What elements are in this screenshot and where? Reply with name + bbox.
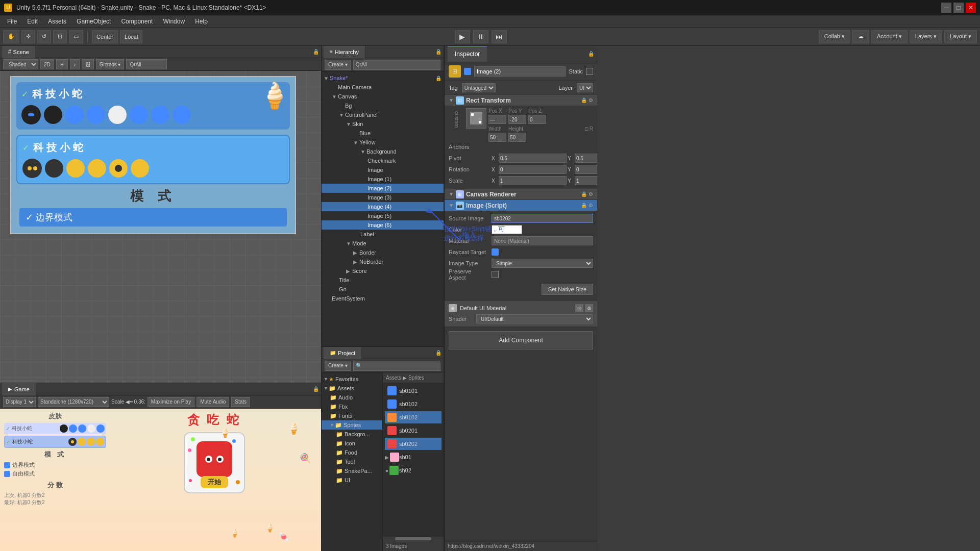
start-button[interactable]: 开始 — [201, 476, 228, 488]
proj-audio[interactable]: 📁 Audio — [322, 393, 382, 402]
posy-input[interactable] — [508, 115, 526, 124]
hier-item-image4[interactable]: Image (4) — [322, 202, 444, 211]
proj-create-btn[interactable]: Create ▾ — [325, 361, 351, 371]
hier-item-eventsys[interactable]: EventSystem — [322, 294, 444, 303]
hier-item-mode[interactable]: ▼ Mode — [322, 239, 444, 248]
layers-button[interactable]: Layers ▾ — [910, 30, 942, 43]
proj-search[interactable] — [353, 361, 440, 371]
hier-item-noborder[interactable]: ▶ NoBorder — [322, 257, 444, 266]
audio-button[interactable]: ♪ — [70, 59, 80, 69]
resolution-select[interactable]: Standalone (1280x720) — [38, 397, 109, 407]
hier-item-checkmark[interactable]: Checkmark — [322, 156, 444, 165]
menu-file[interactable]: File — [2, 17, 22, 26]
inspector-tab[interactable]: Inspector — [448, 46, 487, 62]
shader-select[interactable]: UI/Default — [476, 314, 593, 323]
play-button[interactable]: ▶ — [455, 30, 470, 43]
proj-fonts[interactable]: 📁 Fonts — [322, 411, 382, 420]
pivot-x[interactable] — [499, 154, 567, 163]
collab-button[interactable]: Collab ▾ — [819, 30, 850, 43]
close-button[interactable]: ✕ — [966, 3, 976, 13]
hier-search[interactable] — [353, 60, 440, 70]
scale-x[interactable] — [499, 176, 567, 185]
proj-sprites[interactable]: ▼ 📁 Sprites — [322, 420, 382, 430]
add-component-button[interactable]: Add Component — [449, 331, 593, 349]
proj-food[interactable]: 📁 Food — [322, 448, 382, 457]
hier-item-blue[interactable]: Blue — [322, 129, 444, 138]
scale-tool[interactable]: ⊡ — [53, 30, 67, 43]
source-image-value[interactable] — [492, 214, 593, 223]
effects-button[interactable]: 🖼 — [82, 59, 94, 69]
proj-ui[interactable]: 📁 UI — [322, 475, 382, 485]
maximize-button[interactable]: □ — [953, 3, 964, 13]
game-tab[interactable]: ▶ Game — [2, 383, 36, 395]
native-size-button[interactable]: Set Native Size — [542, 284, 593, 295]
stats-btn[interactable]: Stats — [231, 397, 250, 407]
hier-item-title[interactable]: Title — [322, 276, 444, 285]
move-tool[interactable]: ✛ — [21, 30, 35, 43]
rot-x[interactable] — [499, 165, 567, 174]
rot-y[interactable] — [575, 165, 597, 174]
hier-item-image1[interactable]: Image (1) — [322, 174, 444, 184]
proj-favorites[interactable]: ▼ ★ Favorites — [322, 374, 382, 384]
color-swatch[interactable] — [492, 225, 522, 234]
minimize-button[interactable]: ─ — [941, 3, 951, 13]
layout-button[interactable]: Layout ▾ — [944, 30, 977, 43]
2d-button[interactable]: 2D — [40, 59, 54, 69]
height-input[interactable] — [508, 133, 526, 142]
proj-background[interactable]: 📁 Backgro... — [322, 430, 382, 439]
lighting-button[interactable]: ☀ — [56, 59, 68, 69]
sprite-sb0102b[interactable]: sb0102 — [385, 411, 442, 423]
menu-window[interactable]: Window — [158, 17, 190, 26]
sprite-sb0201[interactable]: sb0201 — [385, 424, 442, 437]
project-tab[interactable]: 📁 Project — [324, 347, 362, 359]
hierarchy-tab[interactable]: ≡ Hierarchy — [324, 46, 365, 58]
hier-item-score[interactable]: ▶ Score — [322, 266, 444, 276]
sprite-sb0202[interactable]: sb0202 — [385, 438, 442, 450]
tag-select[interactable]: Untagged — [462, 83, 496, 92]
proj-scrollbar[interactable] — [383, 537, 444, 541]
hier-item-yellow[interactable]: ▼ Yellow — [322, 138, 444, 147]
proj-assets[interactable]: ▼ 📁 Assets — [322, 384, 382, 393]
proj-icon[interactable]: 📁 Icon — [322, 439, 382, 448]
hier-item-snake[interactable]: ▼ Snake* 🔒 — [322, 73, 444, 83]
scale-y[interactable] — [575, 176, 597, 185]
proj-fbx[interactable]: 📁 Fbx — [322, 402, 382, 411]
hier-item-image[interactable]: Image — [322, 165, 444, 174]
hier-item-skin[interactable]: ▼ Skin — [322, 119, 444, 129]
anchor-widget[interactable] — [466, 108, 486, 129]
hier-item-border[interactable]: ▶ Border — [322, 248, 444, 257]
hier-create-btn[interactable]: Create ▾ — [325, 60, 351, 70]
hier-item-camera[interactable]: Main Camera — [322, 83, 444, 92]
scene-tab[interactable]: # Scene — [2, 46, 36, 58]
hier-item-image3[interactable]: Image (3) — [322, 193, 444, 202]
step-button[interactable]: ⏭ — [492, 30, 507, 43]
sprite-sh01[interactable]: ▶ sh01 — [385, 451, 442, 463]
dum-btn-2[interactable]: ⚙ — [585, 304, 593, 312]
account-button[interactable]: Account ▾ — [871, 30, 908, 43]
proj-snakepa[interactable]: 📁 SnakePa... — [322, 466, 382, 475]
static-checkbox[interactable] — [586, 68, 593, 75]
display-select[interactable]: Display 1 — [3, 397, 36, 407]
proj-tool[interactable]: 📁 Tool — [322, 457, 382, 466]
rotate-tool[interactable]: ↺ — [37, 30, 51, 43]
posx-input[interactable] — [488, 115, 506, 124]
menu-assets[interactable]: Assets — [43, 17, 71, 26]
pause-button[interactable]: ⏸ — [473, 30, 488, 43]
hand-tool[interactable]: ✋ — [3, 30, 19, 43]
menu-edit[interactable]: Edit — [22, 17, 43, 26]
hier-item-image6[interactable]: Image (6) — [322, 220, 444, 230]
image-type-select[interactable]: Simple — [492, 259, 593, 268]
posz-input[interactable] — [528, 115, 546, 124]
menu-help[interactable]: Help — [190, 17, 213, 26]
maximize-play-btn[interactable]: Maximize on Play — [148, 397, 194, 407]
layer-select[interactable]: UI — [577, 83, 593, 92]
menu-component[interactable]: Component — [116, 17, 158, 26]
hier-item-canvas[interactable]: ▼ Canvas — [322, 92, 444, 101]
scene-search[interactable] — [126, 59, 167, 69]
preserve-checkbox[interactable] — [492, 271, 499, 278]
gizmos-button[interactable]: Gizmos ▾ — [96, 59, 125, 69]
sprite-sb0101[interactable]: sb0101 — [385, 385, 442, 397]
object-name-field[interactable] — [474, 66, 566, 77]
hier-item-go[interactable]: Go — [322, 285, 444, 294]
hier-item-bg[interactable]: Bg — [322, 101, 444, 110]
